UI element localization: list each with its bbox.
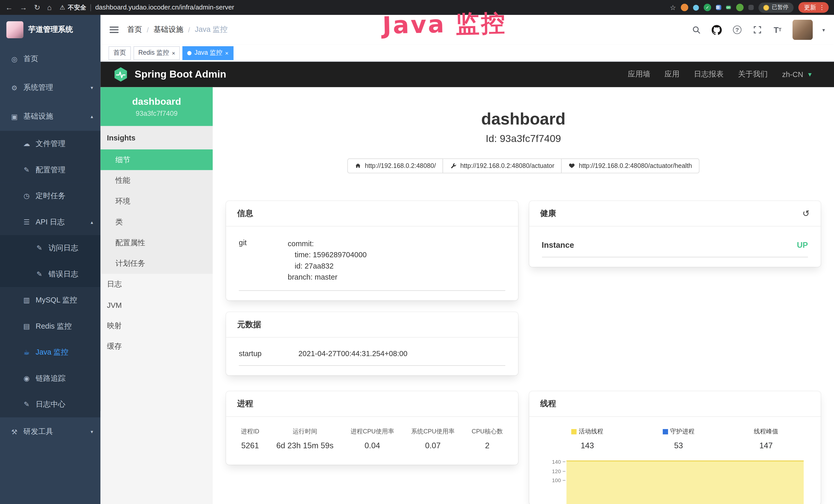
paused-extension-badge[interactable]: 已暂停 bbox=[759, 2, 793, 12]
edit-icon: ✎ bbox=[35, 270, 44, 278]
warning-icon: ⚠ bbox=[60, 4, 65, 11]
legend-daemon-threads: 守护进程 53 bbox=[663, 428, 695, 450]
sba-nav-journal[interactable]: 日志报表 bbox=[694, 70, 724, 79]
home-icon bbox=[355, 163, 361, 169]
sba-menu-details[interactable]: 细节 bbox=[101, 150, 213, 170]
extension-icon[interactable] bbox=[693, 5, 699, 10]
sba-menu-environment[interactable]: 环境 bbox=[101, 191, 213, 211]
metadata-value: 2021-04-27T00:44:31.254+08:00 bbox=[299, 349, 408, 358]
reload-icon[interactable]: ↻ bbox=[34, 3, 40, 12]
legend-peak-threads: 线程峰值 147 bbox=[754, 428, 778, 450]
close-icon[interactable]: × bbox=[172, 50, 175, 56]
actuator-url-button[interactable]: http://192.168.0.2:48080/actuator bbox=[443, 158, 562, 173]
edit-icon: ✎ bbox=[22, 400, 31, 408]
tab-home[interactable]: 首页 bbox=[108, 46, 131, 60]
tab-redis-monitor[interactable]: Redis 监控 × bbox=[134, 46, 180, 60]
breadcrumb-infrastructure[interactable]: 基础设施 bbox=[154, 25, 183, 35]
sba-menu-config-properties[interactable]: 配置属性 bbox=[101, 232, 213, 253]
sba-logo-icon bbox=[113, 67, 129, 83]
sba-menu-jvm[interactable]: JVM bbox=[101, 295, 213, 315]
git-commit-time: time: 1596289704000 bbox=[288, 249, 367, 260]
sidebar-item-file-management[interactable]: ☁ 文件管理 bbox=[0, 131, 101, 157]
emoji-face-icon bbox=[763, 5, 769, 10]
extension-icon[interactable] bbox=[681, 4, 688, 11]
sidebar-item-infrastructure[interactable]: ▣ 基础设施 ▴ bbox=[0, 102, 101, 131]
app-logo[interactable]: 芋道管理系统 bbox=[0, 15, 101, 45]
browser-home-icon[interactable]: ⌂ bbox=[47, 3, 52, 12]
search-icon[interactable] bbox=[692, 24, 702, 35]
sidebar-item-redis-monitor[interactable]: ▤ Redis 监控 bbox=[0, 313, 101, 339]
address-bar[interactable]: ⚠ 不安全 dashboard.yudao.iocoder.cn/infra/a… bbox=[60, 3, 665, 11]
layers-icon: ▤ bbox=[22, 322, 31, 330]
sidebar-item-access-logs[interactable]: ✎ 访问日志 bbox=[0, 235, 101, 261]
instance-links: http://192.168.0.2:48080/ http://192.168… bbox=[213, 158, 834, 173]
sba-menu-performance[interactable]: 性能 bbox=[101, 170, 213, 191]
sidebar-item-system-management[interactable]: ⚙ 系统管理 ▾ bbox=[0, 73, 101, 102]
sba-nav-applications[interactable]: 应用 bbox=[664, 70, 679, 79]
sidebar-item-home[interactable]: ◎ 首页 bbox=[0, 45, 101, 73]
instance-header[interactable]: dashboard 93a3fc7f7409 bbox=[101, 87, 213, 126]
breadcrumb-home[interactable]: 首页 bbox=[127, 25, 142, 35]
sba-navbar: Spring Boot Admin 应用墙 应用 日志报表 关于我们 zh-CN… bbox=[101, 62, 834, 87]
git-branch: branch: master bbox=[288, 272, 367, 283]
extension-icon[interactable]: ▦ bbox=[716, 5, 721, 10]
back-icon[interactable]: ← bbox=[5, 3, 13, 12]
extension-icon[interactable]: ✓ bbox=[704, 4, 711, 11]
fullscreen-icon[interactable] bbox=[752, 24, 763, 35]
stat-process-cpu: 进程CPU使用率 0.04 bbox=[351, 428, 394, 450]
kebab-menu-icon: ⋮ bbox=[819, 4, 825, 11]
sidebar-item-dev-tools[interactable]: ⚒ 研发工具 ▾ bbox=[0, 417, 101, 446]
browser-update-button[interactable]: 更新 ⋮ bbox=[798, 2, 829, 13]
forward-icon[interactable]: → bbox=[20, 3, 27, 12]
app-title: 芋道管理系统 bbox=[28, 25, 73, 35]
locale-selector[interactable]: zh-CN ▼ bbox=[782, 70, 813, 78]
chevron-down-icon: ▾ bbox=[91, 85, 93, 90]
sba-menu-classes[interactable]: 类 bbox=[101, 211, 213, 232]
close-icon[interactable]: × bbox=[225, 50, 228, 56]
tab-java-monitor[interactable]: Java 监控 × bbox=[183, 46, 233, 60]
threads-chart: 140 120 100 bbox=[542, 457, 808, 496]
sba-nav-about[interactable]: 关于我们 bbox=[738, 70, 768, 79]
breadcrumb-separator: / bbox=[188, 26, 190, 33]
extension-icon[interactable] bbox=[748, 5, 754, 10]
help-icon[interactable]: ? bbox=[732, 24, 742, 35]
sidebar-item-java-monitor[interactable]: ☕ Java 监控 bbox=[0, 339, 101, 365]
metadata-startup-row: startup 2021-04-27T00:44:31.254+08:00 bbox=[239, 345, 505, 366]
sba-brand[interactable]: Spring Boot Admin bbox=[113, 67, 226, 83]
health-instance-row[interactable]: Instance UP bbox=[542, 234, 808, 257]
metadata-card: 元数据 startup 2021-04-27T00:44:31.254+08:0… bbox=[226, 312, 518, 375]
hamburger-icon[interactable] bbox=[110, 27, 119, 33]
metadata-card-title: 元数据 bbox=[237, 320, 261, 330]
page-title: dashboard bbox=[213, 111, 834, 127]
sidebar-item-tracing[interactable]: ◉ 链路追踪 bbox=[0, 365, 101, 391]
extension-icon[interactable]: on bbox=[726, 5, 731, 10]
sba-menu-logs[interactable]: 日志 bbox=[101, 274, 213, 295]
sba-nav-wallboard[interactable]: 应用墙 bbox=[628, 70, 650, 79]
history-icon[interactable]: ↺ bbox=[803, 208, 810, 219]
sidebar-item-log-center[interactable]: ✎ 日志中心 bbox=[0, 391, 101, 417]
url-text[interactable]: dashboard.yudao.iocoder.cn/infra/admin-s… bbox=[95, 4, 234, 11]
font-size-icon[interactable]: TT bbox=[772, 24, 783, 35]
sidebar-item-error-logs[interactable]: ✎ 错误日志 bbox=[0, 261, 101, 287]
security-label[interactable]: 不安全 bbox=[68, 3, 86, 11]
sba-menu-scheduled-tasks[interactable]: 计划任务 bbox=[101, 253, 213, 274]
threads-legend: 活动线程 143 守护进程 53 bbox=[542, 424, 808, 451]
extension-icon[interactable] bbox=[736, 4, 744, 11]
chevron-down-icon: ▼ bbox=[807, 71, 813, 77]
threads-card: 线程 活动线程 143 bbox=[529, 391, 821, 504]
sidebar-item-config-management[interactable]: ✎ 配置管理 bbox=[0, 157, 101, 183]
git-commit-id: id: 27aa832 bbox=[288, 260, 367, 272]
user-avatar[interactable] bbox=[792, 20, 813, 40]
sidebar-item-mysql-monitor[interactable]: ▥ MySQL 监控 bbox=[0, 287, 101, 313]
caret-down-icon[interactable]: ▾ bbox=[822, 27, 825, 33]
sba-menu-mappings[interactable]: 映射 bbox=[101, 315, 213, 336]
bookmark-star-icon[interactable]: ☆ bbox=[670, 3, 676, 11]
coffee-icon: ☕ bbox=[22, 348, 31, 356]
sidebar-item-api-logs[interactable]: ☰ API 日志 ▴ bbox=[0, 209, 101, 235]
service-url-button[interactable]: http://192.168.0.2:48080/ bbox=[347, 158, 443, 173]
heart-icon bbox=[569, 163, 575, 169]
health-url-button[interactable]: http://192.168.0.2:48080/actuator/health bbox=[561, 158, 699, 173]
sidebar-item-scheduled-jobs[interactable]: ◷ 定时任务 bbox=[0, 183, 101, 209]
github-icon[interactable] bbox=[712, 24, 722, 35]
sba-menu-caches[interactable]: 缓存 bbox=[101, 336, 213, 357]
